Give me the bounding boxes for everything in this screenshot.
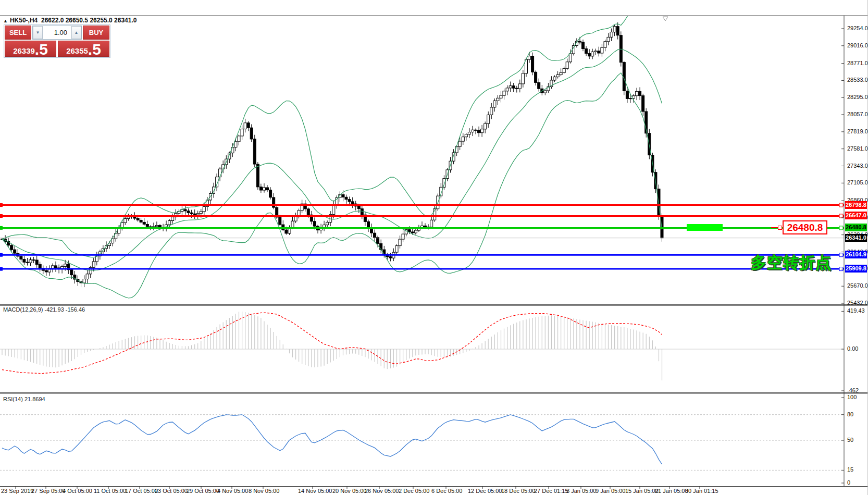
time-axis-label: 12 Dec 05:00: [468, 488, 502, 494]
price-axis-tick: 25670.0: [847, 282, 868, 289]
price-axis-tick: 28057.0: [847, 111, 868, 117]
highlight-rectangle[interactable]: [687, 224, 723, 231]
price-flag-anchor: [778, 226, 782, 230]
time-axis-label: 9 Jan 05:00: [596, 488, 626, 494]
time-axis-label: 4 Oct 05:00: [63, 488, 92, 494]
price-tag: 26798.8: [845, 201, 867, 209]
macd-axis-tick: 0.00: [847, 345, 858, 352]
time-axis-label: 23 Sep 2019: [1, 488, 33, 494]
rsi-axis-tick: 50: [847, 437, 853, 443]
price-axis-tick: 27581.0: [847, 145, 868, 152]
price-axis-tick: 25432.0: [847, 300, 868, 306]
sell-price[interactable]: 26339.5: [5, 41, 56, 57]
sell-price-main: 26339: [13, 46, 35, 56]
sell-button[interactable]: SELL: [5, 26, 31, 40]
time-axis-label: 30 Jan 01:15: [685, 488, 718, 494]
macd-indicator-label: MACD(12,26,9) -421.93 -156.46: [3, 306, 85, 313]
time-axis-label: 29 Oct 05:00: [187, 488, 219, 494]
rsi-axis-tick: 80: [847, 411, 853, 417]
price-axis-tick: 29016.0: [847, 42, 868, 48]
time-axis-label: 27 Sep 05:00: [31, 488, 65, 494]
price-axis-tick: 27819.0: [847, 128, 868, 134]
time-axis-label: 4 Nov 05:00: [217, 488, 248, 494]
time-axis-label: 23 Oct 05:00: [155, 488, 188, 494]
chart-symbol-period: HK50-,H4: [10, 17, 38, 24]
chart-title: ▲HK50-,H4 26622.0 26650.5 26255.0 26341.…: [3, 17, 137, 24]
rsi-axis-tick: 100: [847, 394, 857, 400]
buy-price-main: 26355: [66, 46, 88, 56]
sell-price-fraction: .5: [35, 43, 48, 56]
time-axis-label: 3 Jan 05:00: [566, 488, 597, 494]
time-axis-label: 18 Dec 05:00: [501, 488, 535, 494]
time-axis-label: 27 Dec 01:15: [534, 488, 568, 494]
buy-price[interactable]: 26355.5: [58, 41, 109, 57]
time-axis-label: 6 Dec 05:00: [431, 488, 462, 494]
macd-axis-tick: 419.43: [847, 307, 865, 314]
time-axis-label: 20 Nov 05:00: [332, 488, 366, 494]
price-flag-label[interactable]: 26480.8: [783, 220, 827, 234]
price-tag: 26480.8: [845, 224, 867, 231]
volume-decrease-button[interactable]: ▼: [33, 26, 43, 39]
pivot-annotation-text[interactable]: 多空转折点: [751, 252, 832, 274]
time-axis-label: 17 Oct 05:00: [125, 488, 158, 494]
time-axis-label: 26 Nov 05:00: [365, 488, 399, 494]
price-axis-tick: 29254.0: [847, 25, 868, 31]
price-tag: 26647.0: [845, 212, 867, 219]
price-tag: 25909.8: [845, 265, 867, 273]
time-axis-label: 15 Jan 05:00: [625, 488, 659, 494]
chart-plot-area[interactable]: [0, 0, 868, 495]
price-axis-tick: 27105.0: [847, 179, 868, 185]
price-tag: 26341.0: [845, 234, 867, 242]
time-axis-label: 8 Nov 05:00: [249, 488, 279, 494]
time-axis-label: 21 Jan 05:00: [655, 488, 688, 494]
price-axis-tick: 28533.0: [847, 77, 868, 83]
rsi-indicator-label: RSI(14) 21.8694: [3, 396, 45, 402]
terminal-window: { "toolbar": { "left_groups": [ {"items"…: [0, 0, 868, 495]
price-axis-tick: 28771.0: [847, 60, 868, 66]
time-axis-label: 14 Nov 05:00: [298, 488, 332, 494]
volume-input[interactable]: 1.00: [43, 26, 71, 39]
macd-axis-tick: -462: [847, 387, 859, 393]
price-flag-connector: [771, 227, 778, 228]
time-axis-label: 2 Dec 05:00: [399, 488, 429, 494]
rsi-axis-tick: 0: [847, 479, 850, 486]
price-axis-tick: 28295.0: [847, 94, 868, 100]
one-click-trading-panel: SELL ▼ 1.00 ▲ BUY 26339.5 26355.5: [4, 24, 110, 58]
buy-button[interactable]: BUY: [83, 26, 109, 40]
volume-increase-button[interactable]: ▲: [71, 26, 81, 39]
price-axis-tick: 27343.0: [847, 163, 868, 169]
buy-price-fraction: .5: [88, 43, 101, 56]
rsi-axis-tick: 15: [847, 466, 853, 473]
chart-ohlc: 26622.0 26650.5 26255.0 26341.0: [41, 17, 137, 24]
collapse-icon[interactable]: ▲: [3, 18, 8, 23]
price-tag: 26104.9: [845, 251, 867, 258]
volume-stepper: ▼ 1.00 ▲: [32, 26, 82, 40]
time-axis-label: 11 Oct 05:00: [94, 488, 126, 494]
